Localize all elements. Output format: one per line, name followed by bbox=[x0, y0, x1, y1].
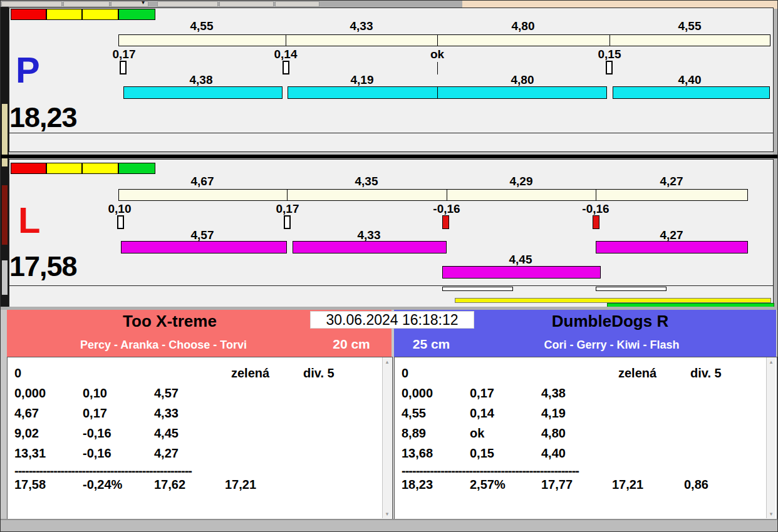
dashed-line: ----------------------------------------… bbox=[402, 464, 579, 478]
traffic-light-green bbox=[118, 163, 155, 174]
window-bottom-bar bbox=[1, 519, 778, 532]
cell: 4,40 bbox=[541, 446, 566, 460]
p-upper-bar-divider bbox=[609, 34, 610, 46]
timing-scoreboard-window: ▾ P 4,55 4,33 4,80 4,55 0,17 0,14 ok 0,1… bbox=[0, 0, 778, 532]
cell: 4,38 bbox=[541, 386, 566, 400]
l-substrip-marker-2 bbox=[596, 287, 666, 291]
p-upper-time-2: 4,33 bbox=[330, 20, 393, 33]
l-upper-time-4: 4,27 bbox=[640, 175, 703, 188]
traffic-light-red bbox=[11, 9, 46, 20]
team-left-height: 20 cm bbox=[320, 336, 383, 352]
scroll-down-icon[interactable]: ▾ bbox=[767, 509, 775, 518]
l-extra-time: 4,45 bbox=[489, 253, 552, 266]
traffic-light-yellow1 bbox=[46, 163, 82, 174]
cell: 0,86 bbox=[684, 478, 708, 491]
p-upper-bar-divider bbox=[437, 34, 438, 46]
cell: 0,000 bbox=[14, 386, 46, 400]
team-right-height: 25 cm bbox=[402, 336, 461, 352]
l-fault-marker-2 bbox=[284, 215, 291, 229]
scroll-up-icon[interactable]: ▴ bbox=[767, 357, 775, 366]
cell: 18,23 bbox=[402, 478, 433, 491]
timestamp: 30.06.2024 16:18:12 bbox=[310, 311, 474, 329]
l-upper-bar bbox=[118, 189, 748, 201]
l-split-bar-1 bbox=[121, 241, 287, 253]
p-fault-marker-ok bbox=[437, 62, 438, 74]
cell: div. 5 bbox=[303, 366, 335, 380]
cell: 0,14 bbox=[470, 406, 494, 420]
p-fault-1: 0,17 bbox=[93, 48, 155, 61]
cell: 8,89 bbox=[402, 426, 426, 440]
p-upper-time-3: 4,80 bbox=[492, 20, 554, 33]
cell: zelená bbox=[618, 366, 656, 380]
cell: zelená bbox=[231, 366, 269, 380]
cell: 0 bbox=[14, 366, 21, 380]
l-split-bar-4 bbox=[596, 241, 748, 253]
p-total-time: 18,23 bbox=[9, 103, 77, 132]
p-split-bar-1 bbox=[123, 86, 283, 99]
p-fault-2: 0,14 bbox=[254, 48, 317, 61]
p-upper-bar-divider bbox=[286, 34, 286, 46]
background-cell bbox=[1, 1, 62, 7]
p-fault-marker-1 bbox=[120, 61, 127, 74]
l-substrip-marker-1 bbox=[442, 287, 513, 291]
traffic-light-yellow2 bbox=[82, 9, 118, 20]
cell: 0,17 bbox=[470, 386, 494, 400]
scroll-down-icon[interactable]: ▾ bbox=[383, 509, 392, 518]
cell: 0,10 bbox=[83, 386, 107, 400]
cell: 13,68 bbox=[402, 446, 433, 460]
background-fragment bbox=[2, 260, 8, 295]
cell: 4,80 bbox=[541, 426, 566, 440]
l-fault-3: -0,16 bbox=[415, 203, 478, 215]
progress-bar-yellow bbox=[455, 298, 771, 303]
l-upper-bar-divider bbox=[447, 189, 447, 201]
cell: ok bbox=[470, 426, 484, 440]
cell: 4,45 bbox=[154, 426, 179, 440]
l-split-bar-2 bbox=[293, 241, 447, 253]
cell: -0,16 bbox=[83, 426, 112, 440]
background-cell bbox=[219, 1, 274, 7]
traffic-light-yellow1 bbox=[46, 9, 82, 20]
cell: 0,15 bbox=[470, 446, 494, 460]
p-fault-4: 0,15 bbox=[578, 48, 641, 61]
p-fault-marker-2 bbox=[283, 61, 289, 74]
cell: 4,33 bbox=[154, 406, 179, 420]
background-cell bbox=[157, 1, 218, 7]
team-right-scrollbar[interactable]: ▴ ▾ bbox=[766, 357, 775, 518]
cell: 0 bbox=[402, 366, 408, 380]
l-upper-bar-divider bbox=[596, 189, 596, 201]
traffic-light-yellow2 bbox=[82, 163, 118, 174]
l-total-time: 17,58 bbox=[9, 252, 77, 281]
l-fault-marker-3-negative bbox=[442, 215, 449, 229]
l-lower-time-2: 4,33 bbox=[338, 229, 400, 242]
p-upper-time-4: 4,55 bbox=[658, 20, 721, 33]
l-fault-marker-1 bbox=[117, 215, 124, 229]
lane-p-substrip bbox=[9, 133, 774, 152]
p-lower-time-4: 4,40 bbox=[658, 74, 721, 86]
p-split-bar-4 bbox=[613, 86, 770, 99]
l-fault-2: 0,17 bbox=[256, 203, 319, 215]
lane-divider bbox=[1, 155, 778, 158]
scroll-up-icon[interactable]: ▴ bbox=[383, 357, 392, 366]
p-upper-time-1: 4,55 bbox=[170, 20, 233, 33]
cell: 4,57 bbox=[154, 386, 179, 400]
team-left-results-area[interactable] bbox=[7, 357, 393, 520]
team-left-scrollbar[interactable]: ▴ ▾ bbox=[382, 357, 392, 518]
cell: 0,17 bbox=[83, 406, 107, 420]
l-upper-time-1: 4,67 bbox=[171, 175, 234, 188]
l-upper-time-3: 4,29 bbox=[490, 175, 552, 188]
cell: 9,02 bbox=[14, 426, 39, 440]
cell: 17,77 bbox=[541, 478, 573, 491]
team-right-name: DumbleDogs R bbox=[447, 312, 773, 330]
p-split-bar-divider bbox=[437, 86, 438, 99]
team-right-results-area[interactable] bbox=[394, 357, 777, 520]
p-lower-time-1: 4,38 bbox=[170, 74, 232, 86]
cell: 17,21 bbox=[225, 478, 256, 491]
p-lower-time-2: 4,19 bbox=[331, 74, 393, 86]
cell: 2,57% bbox=[470, 478, 506, 491]
p-upper-bar bbox=[118, 34, 770, 46]
p-lower-time-3: 4,80 bbox=[491, 74, 554, 86]
lane-p-letter: P bbox=[16, 52, 40, 88]
l-upper-time-2: 4,35 bbox=[335, 175, 398, 188]
team-right-members: Cori - Gerry - Kiwi - Flash bbox=[454, 337, 770, 352]
cell: 13,31 bbox=[14, 446, 46, 460]
